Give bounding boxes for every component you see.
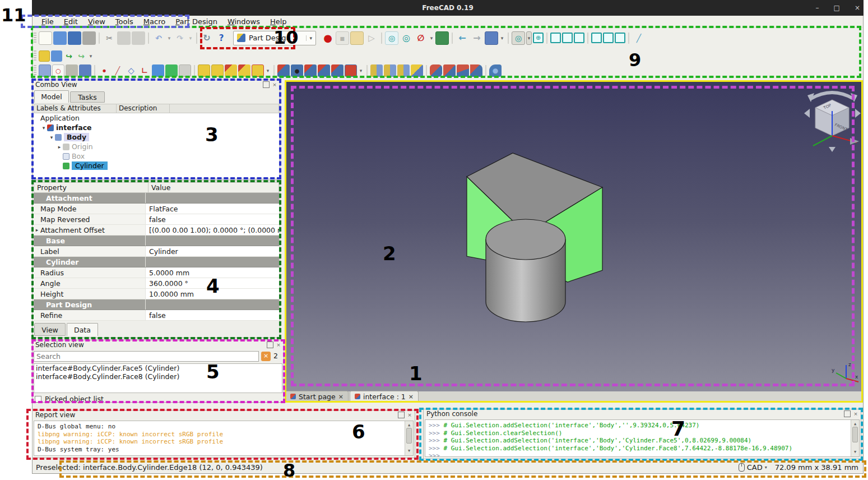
zoom-dropdown-icon[interactable]: ▾ (526, 31, 532, 45)
bottom-view-icon[interactable] (603, 33, 614, 43)
map-sketch-icon[interactable] (66, 64, 78, 77)
prop-row-map-reversed[interactable]: Map Reversed false (34, 214, 279, 225)
rear-view-icon[interactable] (591, 33, 602, 43)
refresh-icon[interactable]: ↻ (200, 31, 213, 45)
undo-dropdown-icon[interactable]: ▾ (166, 31, 172, 45)
property-value-cell[interactable]: 360.0000 ° (146, 278, 279, 288)
close-tab-icon[interactable]: × (338, 393, 344, 400)
measure-icon[interactable]: ╱ (632, 31, 646, 45)
menu-tools[interactable]: Tools (110, 17, 138, 26)
maximize-icon[interactable]: □ (834, 4, 840, 12)
property-value-cell[interactable] (146, 299, 279, 310)
selection-list-item[interactable]: interface#Body.Cylinder.Face8 (Cylinder) (34, 372, 282, 381)
scrollbar[interactable]: ▲ ▼ (851, 420, 859, 456)
create-part-icon[interactable] (39, 50, 50, 62)
redo-icon[interactable]: ↷ (173, 31, 187, 45)
open-file-icon[interactable] (53, 31, 67, 45)
pan-right-icon[interactable] (855, 109, 861, 118)
draw-style-icon[interactable] (435, 31, 449, 45)
property-value-cell[interactable]: false (146, 214, 279, 224)
tab-start-page[interactable]: Start page × (285, 391, 349, 401)
isometric-dropdown-icon[interactable]: ▾ (499, 31, 505, 45)
polar-pattern-icon[interactable] (397, 64, 410, 77)
nav-forward-icon[interactable]: → (470, 31, 484, 45)
expand-icon[interactable]: ▸ (34, 227, 40, 233)
picked-object-list-checkbox[interactable] (35, 396, 41, 403)
toolbar-grip[interactable] (34, 65, 36, 76)
tab-data[interactable]: Data (67, 323, 98, 336)
front-view-icon[interactable] (550, 33, 561, 43)
float-panel-icon[interactable] (844, 410, 851, 417)
tree-expander-icon[interactable]: ▾ (48, 135, 55, 140)
create-sketch-icon[interactable]: ○ (52, 64, 64, 77)
pad-icon[interactable] (198, 64, 210, 77)
column-description[interactable]: Description (117, 104, 170, 113)
toolbar-grip[interactable] (34, 50, 36, 62)
fit-selection-icon[interactable]: ◎ (400, 31, 413, 45)
close-tab-icon[interactable]: × (409, 393, 414, 400)
menu-view[interactable]: View (83, 17, 110, 26)
chevron-down-icon[interactable]: ▾ (306, 35, 312, 41)
column-property[interactable]: Property (34, 183, 148, 192)
navigation-cube[interactable]: TOP FRONT (803, 84, 862, 153)
mirrored-icon[interactable] (370, 64, 383, 77)
prop-row-attachment-offset[interactable]: ▸Attachment Offset [(0.00 0.00 1.00); 0.… (34, 225, 279, 236)
sub-shape-binder-icon[interactable] (165, 64, 178, 77)
selection-list-item[interactable]: interface#Body.Cylinder.Face5 (Cylinder) (34, 364, 282, 372)
mini-cube-icon[interactable] (850, 138, 859, 145)
tree-row-cylinder[interactable]: Cylinder (34, 161, 279, 170)
pan-left-icon[interactable] (804, 109, 810, 118)
tree-row-interface[interactable]: ▾ interface (34, 123, 279, 132)
undo-icon[interactable]: ↶ (152, 31, 165, 45)
pocket-icon[interactable] (277, 64, 290, 77)
prop-row-height[interactable]: Height 10.0000 mm (34, 289, 279, 299)
additive-primitive-icon[interactable] (252, 64, 264, 77)
prop-row-label[interactable]: Label Cylinder (34, 246, 279, 257)
nav-back-icon[interactable]: ← (456, 31, 469, 45)
tree-expander-icon[interactable]: ▸ (56, 144, 63, 150)
zoom-tool-icon[interactable]: ◎ (512, 31, 525, 45)
axonometric-view-icon[interactable]: ⊕ (533, 33, 544, 43)
prop-group-base[interactable]: Base (34, 236, 279, 246)
tab-model[interactable]: Model (34, 90, 69, 103)
subtractive-pipe-icon[interactable] (331, 64, 344, 77)
right-view-icon[interactable] (574, 33, 584, 43)
link-dropdown-icon[interactable]: ▾ (88, 50, 94, 62)
datum-line-icon[interactable]: ╱ (112, 64, 124, 77)
workbench-selector[interactable]: Part Design ▾ (233, 31, 316, 45)
title-bar[interactable]: FreeCAD 0.19 (32, 0, 864, 16)
make-sub-link-icon[interactable]: ↪ (76, 50, 87, 62)
float-panel-icon[interactable] (398, 412, 405, 418)
create-body-icon[interactable] (39, 64, 51, 77)
close-panel-icon[interactable]: × (272, 82, 277, 87)
property-value-cell[interactable] (146, 236, 279, 246)
tab-interface-document[interactable]: interface : 1 × (350, 391, 419, 401)
macro-play-icon[interactable]: ▷ (365, 31, 378, 45)
column-labels-attributes[interactable]: Labels & Attributes (34, 104, 117, 113)
close-icon[interactable]: × (855, 4, 860, 12)
3d-viewport[interactable]: TOP FRONT z x y (285, 82, 862, 391)
pan-down-icon[interactable] (829, 147, 835, 152)
scrollbar[interactable]: ▲ ▼ (405, 421, 413, 455)
rotate-arrow-icon[interactable] (811, 93, 853, 99)
minimize-icon[interactable]: – (816, 4, 819, 12)
hole-icon[interactable]: ● (291, 64, 303, 77)
float-panel-icon[interactable] (267, 341, 273, 348)
close-panel-icon[interactable]: × (276, 342, 281, 348)
isometric-view-icon[interactable] (485, 31, 498, 45)
save-icon[interactable] (68, 31, 81, 45)
groove-icon[interactable] (304, 64, 317, 77)
property-value-cell[interactable] (146, 193, 279, 203)
subtractive-primitive-icon[interactable] (345, 64, 357, 77)
multitransform-icon[interactable] (411, 64, 423, 77)
prop-row-refine[interactable]: Refine false (34, 310, 279, 321)
draft-icon[interactable] (457, 64, 469, 77)
subtractive-dropdown-icon[interactable]: ▾ (358, 64, 364, 77)
prop-row-map-mode[interactable]: Map Mode FlatFace (34, 204, 279, 214)
prop-group-part-design[interactable]: Part Design (34, 299, 279, 310)
local-cs-icon[interactable]: ∟ (138, 64, 151, 77)
tab-view[interactable]: View (34, 323, 66, 336)
make-link-icon[interactable]: ↪ (63, 50, 75, 62)
fillet-icon[interactable] (430, 64, 442, 77)
linear-pattern-icon[interactable] (384, 64, 396, 77)
